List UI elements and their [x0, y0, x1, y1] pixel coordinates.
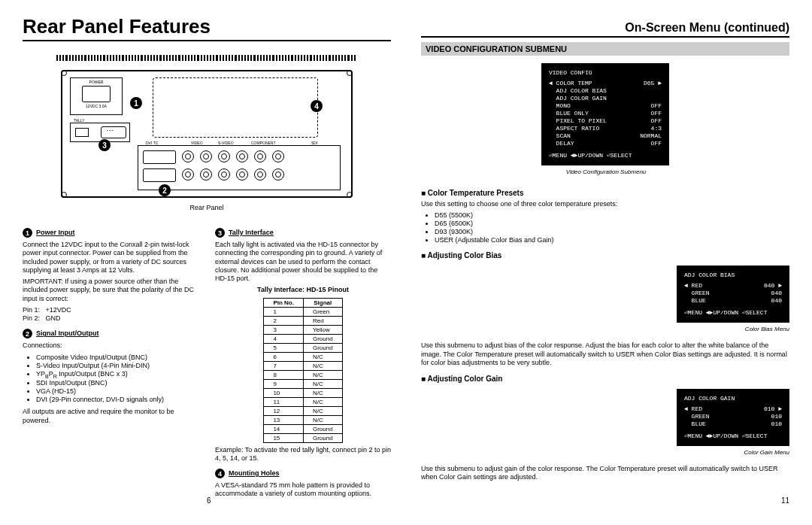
tally-block: TALLY: [70, 123, 130, 142]
s3-p1: Each tally light is activated via the HD…: [215, 241, 391, 283]
page-number-left: 6: [207, 496, 211, 505]
submenu-title: VIDEO CONFIGURATION SUBMENU: [421, 42, 789, 56]
s4-p1: A VESA-standard 75 mm hole pattern is pr…: [215, 481, 391, 499]
pinout-table: Pin No.Signal 1Green 2Red 3Yellow 4Groun…: [263, 298, 342, 443]
page-title-right: On-Screen Menu (continued): [421, 21, 789, 38]
sec1-list: D55 (5500K) D65 (6500K) D93 (9300K) USER…: [435, 211, 789, 244]
s3-p2: Example: To activate the red tally light…: [215, 446, 391, 463]
io-block: DVI TC VIDEO S-VIDEO COMPONENT SDI: [138, 145, 341, 190]
left-column-2: 3Tally Interface Each tally light is act…: [215, 222, 391, 502]
osd-video-config: VIDEO CONFIG COLOR TEMPD65 ADJ COLOR BIA…: [421, 60, 789, 181]
callout-4: 4: [311, 100, 323, 112]
sec-color-gain-head: Adjusting Color Gain: [421, 375, 789, 383]
rear-panel-diagram: POWER 12VDC 3.0A TALLY DVI TC VIDEO S-VI…: [56, 55, 357, 211]
s1-pins: Pin 1: +12VDC Pin 2: GND: [23, 306, 198, 323]
pinout-title: Tally Interface: HD-15 Pinout: [215, 286, 391, 294]
osd-color-bias: ADJ COLOR BIAS RED040 GREEN040 BLUE040 ⏎…: [677, 262, 789, 338]
sec-color-bias-head: Adjusting Color Bias: [421, 251, 789, 259]
sec1-p1: Use this setting to choose one of three …: [421, 200, 789, 208]
s1-p2: IMPORTANT: If using a power source other…: [23, 278, 198, 303]
callout-3: 3: [98, 139, 111, 151]
diagram-caption: Rear Panel: [56, 204, 357, 211]
section-3-head: 3Tally Interface: [215, 228, 391, 238]
callout-1: 1: [130, 97, 142, 109]
page-right: On-Screen Menu (continued) VIDEO CONFIGU…: [421, 15, 789, 502]
sec-color-temp-head: Color Temperature Presets: [421, 189, 789, 197]
power-block: POWER 12VDC 3.0A: [70, 77, 123, 115]
s2-list: Composite Video Input/Output (BNC) S-Vid…: [36, 354, 198, 404]
sec2-p1: Use this submenu to adjust bias of the c…: [421, 341, 789, 367]
callout-2: 2: [159, 184, 171, 196]
s1-p1: Connect the 12VDC input to the Conxall 2…: [23, 241, 198, 275]
section-4-head: 4Mounting Holes: [215, 469, 391, 478]
s2-p2: All outputs are active and require the m…: [23, 408, 198, 425]
left-column-1: 1Power Input Connect the 12VDC input to …: [23, 222, 198, 502]
mounting-holes-outline: [153, 77, 318, 138]
section-1-head: 1Power Input: [23, 228, 198, 238]
s2-p1: Connections:: [23, 341, 198, 350]
section-2-head: 2Signal Input/Output: [23, 329, 198, 338]
page-title-left: Rear Panel Features: [23, 15, 391, 41]
osd-color-gain: ADJ COLOR GAIN RED010 GREEN010 BLUE010 ⏎…: [677, 386, 789, 462]
page-left: Rear Panel Features POWER 12VDC 3.0A TAL…: [23, 15, 391, 502]
page-number-right: 11: [781, 496, 789, 505]
sec3-p1: Use this submenu to adjust gain of the c…: [421, 465, 789, 482]
